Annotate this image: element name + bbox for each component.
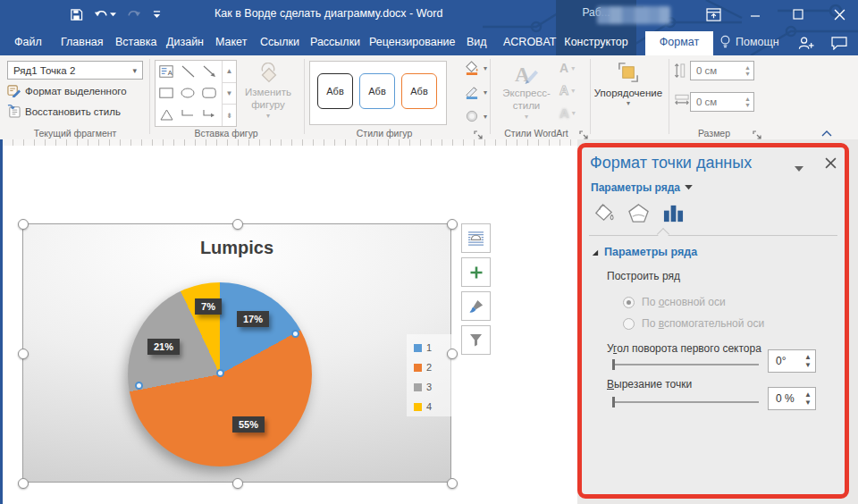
chart-styles-button[interactable] [461, 291, 491, 321]
resize-handle-middle-right[interactable] [447, 349, 458, 359]
save-button[interactable] [64, 4, 88, 25]
shape-oval-icon[interactable] [177, 82, 198, 103]
height-spinner[interactable]: ▲▼ [744, 62, 753, 80]
resize-handle-bottom-right[interactable] [447, 478, 458, 489]
radio-primary-axis[interactable]: По основной оси [623, 296, 726, 308]
wordart-quick-styles-button[interactable]: А Экспресс-стили ▾ [497, 63, 556, 121]
pane-close-icon[interactable] [825, 156, 837, 172]
shape-elbow-connector-icon[interactable] [177, 105, 198, 125]
tab-references[interactable]: Ссылки [260, 36, 299, 48]
selection-point-left[interactable] [135, 382, 143, 390]
angle-slider[interactable] [612, 359, 759, 370]
ribbon-display-options-button[interactable] [697, 0, 729, 29]
text-outline-button[interactable]: A▾ [559, 83, 575, 97]
minimize-button[interactable] [736, 0, 774, 29]
close-window-button[interactable] [820, 0, 858, 29]
tab-format[interactable]: Формат [645, 36, 713, 48]
selection-point-right[interactable] [291, 330, 299, 338]
slider-thumb[interactable] [612, 397, 615, 407]
tab-file[interactable]: Файл [14, 36, 42, 48]
gallery-scroll-down[interactable]: ▼ [223, 82, 236, 105]
series-options-tab[interactable] [662, 203, 685, 228]
arrange-button[interactable]: Упорядочение ▾ [593, 61, 663, 107]
text-effects-button[interactable]: A▾ [559, 105, 576, 121]
shape-height-field[interactable]: 0 см ▲▼ [690, 61, 754, 80]
chart-element-selector[interactable]: Ряд1 Точка 2 ▾ [7, 61, 143, 80]
share-icon[interactable] [798, 36, 814, 54]
shape-arrow-icon[interactable] [198, 61, 220, 81]
series-options-section-header[interactable]: Параметры ряда [591, 246, 697, 258]
shape-style-black[interactable]: Абв [317, 73, 353, 109]
shape-rounded-rectangle-icon[interactable] [198, 82, 220, 103]
shape-style-blue[interactable]: Абв [359, 73, 395, 109]
shape-rectangle-icon[interactable] [156, 82, 177, 103]
selection-point-center[interactable] [216, 369, 224, 377]
tab-insert[interactable]: Вставка [115, 36, 156, 48]
angle-value-field[interactable]: 0° ▲▼ [768, 349, 816, 373]
shape-fill-button[interactable]: ▾ [465, 61, 487, 75]
tab-layout[interactable]: Макет [215, 36, 247, 48]
chart-legend[interactable]: 1 2 3 4 [407, 334, 464, 416]
data-label-slice1[interactable]: 17% [237, 311, 269, 327]
resize-handle-top-right[interactable] [447, 219, 458, 230]
collapse-ribbon-button[interactable] [820, 125, 833, 141]
fill-line-tab[interactable] [593, 203, 615, 228]
chart-title[interactable]: Lumpics [22, 238, 451, 258]
legend-item-4[interactable]: 4 [407, 397, 464, 416]
angle-spinner[interactable]: ▲▼ [804, 350, 815, 372]
gallery-more-button[interactable]: ⇟ [223, 104, 236, 126]
explosion-spinner[interactable]: ▲▼ [804, 388, 815, 409]
tab-home[interactable]: Главная [61, 36, 104, 48]
redo-button[interactable] [122, 4, 145, 25]
change-shape-button[interactable]: Изменить фигуру ▾ [240, 63, 297, 120]
slider-thumb[interactable] [612, 359, 615, 370]
tab-mailings[interactable]: Рассылки [310, 36, 360, 48]
resize-handle-bottom-left[interactable] [18, 478, 29, 489]
pane-category-dropdown[interactable]: Параметры ряда [591, 181, 693, 194]
explosion-slider[interactable] [612, 397, 759, 407]
data-label-slice4[interactable]: 7% [195, 298, 222, 315]
resize-handle-top-left[interactable] [18, 219, 29, 230]
customize-qat-button[interactable] [145, 4, 168, 25]
shape-textbox-icon[interactable]: A [156, 61, 177, 81]
legend-item-2[interactable]: 2 [407, 357, 464, 377]
shape-outline-button[interactable]: ▾ [465, 85, 487, 99]
effects-tab[interactable] [627, 203, 650, 228]
explosion-value-field[interactable]: 0 % ▲▼ [768, 387, 816, 410]
tell-me-help[interactable]: Помощн [719, 35, 779, 49]
shape-effects-button[interactable]: ▾ [465, 109, 487, 123]
maximize-button[interactable] [779, 0, 817, 29]
tab-acrobat[interactable]: ACROBAT [503, 36, 557, 48]
legend-item-3[interactable]: 3 [407, 377, 464, 397]
pane-menu-chevron-icon[interactable] [795, 160, 803, 176]
shape-styles-dialog-launcher[interactable] [474, 127, 484, 138]
shape-style-orange[interactable]: Абв [401, 73, 437, 109]
data-label-slice2[interactable]: 55% [232, 416, 265, 433]
format-selection-button[interactable]: Формат выделенного [7, 84, 127, 97]
tab-design[interactable]: Дизайн [166, 36, 204, 48]
size-dialog-launcher[interactable] [753, 127, 763, 138]
comments-icon[interactable] [831, 37, 847, 54]
radio-secondary-axis[interactable]: По вспомогательной оси [623, 317, 764, 330]
reset-style-button[interactable]: Восстановить стиль [7, 105, 121, 118]
layout-options-button[interactable] [461, 223, 491, 253]
resize-handle-top-middle[interactable] [232, 219, 243, 230]
tab-chart-design[interactable]: Конструктор [556, 36, 636, 48]
chart-elements-button[interactable] [461, 257, 491, 287]
shape-line-icon[interactable] [177, 61, 198, 81]
shape-width-field[interactable]: 0 см ▲▼ [690, 92, 754, 112]
undo-button[interactable] [88, 4, 122, 25]
wordart-dialog-launcher[interactable] [579, 127, 590, 138]
chart-filters-button[interactable] [461, 325, 491, 355]
gallery-scroll-up[interactable]: ▲ [223, 61, 236, 82]
width-spinner[interactable]: ▲▼ [744, 93, 753, 111]
resize-handle-bottom-middle[interactable] [232, 478, 243, 489]
tab-review[interactable]: Рецензирование [369, 36, 456, 48]
shape-elbow-arrow-icon[interactable] [198, 105, 220, 125]
shape-gallery[interactable]: A ▲ ▼ ⇟ [155, 60, 237, 127]
tab-view[interactable]: Вид [467, 36, 487, 48]
shape-triangle-icon[interactable] [156, 105, 177, 125]
data-label-slice3[interactable]: 21% [147, 339, 180, 355]
resize-handle-middle-left[interactable] [18, 349, 29, 359]
text-fill-button[interactable]: A▾ [559, 61, 575, 75]
